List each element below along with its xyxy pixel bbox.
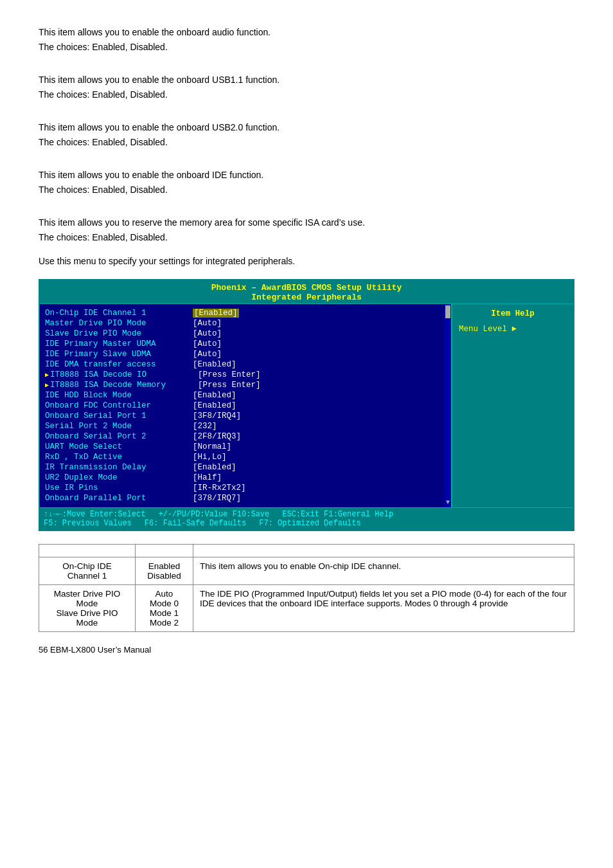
bios-footer-cell-1-1: F6: Fail-Safe Defaults bbox=[145, 519, 246, 528]
bios-row-8[interactable]: IDE HDD Block Mode[Enabled] bbox=[45, 390, 440, 401]
bios-row-value-16: [Half] bbox=[193, 473, 222, 482]
feature-table: On-Chip IDE Channel 1EnabledDisabledThis… bbox=[39, 544, 574, 632]
bios-title-line2: Integrated Peripherals bbox=[40, 293, 573, 302]
menu-level-label: Menu Level bbox=[459, 325, 507, 334]
bios-row-value-2: [Auto] bbox=[193, 329, 222, 338]
bios-row-label-7: IT8888 ISA Decode Memory bbox=[50, 381, 198, 390]
bios-row-value-7: [Press Enter] bbox=[198, 381, 261, 390]
bios-row-0[interactable]: On-Chip IDE Channel 1[Enabled] bbox=[45, 308, 440, 318]
bios-body: On-Chip IDE Channel 1[Enabled]Master Dri… bbox=[40, 303, 573, 507]
intro-paragraph-2: This item allows you to enable the onboa… bbox=[39, 73, 574, 102]
bios-row-value-8: [Enabled] bbox=[193, 391, 236, 400]
bios-row-value-4: [Auto] bbox=[193, 350, 222, 359]
table-header-cell-0 bbox=[39, 545, 136, 557]
bios-row-10[interactable]: Onboard Serial Port 1[3F8/IRQ4] bbox=[45, 411, 440, 421]
bios-row-6[interactable]: IT8888 ISA Decode IO[Press Enter] bbox=[45, 370, 440, 380]
bios-row-label-11: Serial Port 2 Mode bbox=[45, 422, 193, 431]
page-footer: 56 EBM-LX800 User’s Manual bbox=[39, 645, 574, 655]
bios-row-5[interactable]: IDE DMA transfer access[Enabled] bbox=[45, 359, 440, 370]
scroll-down-indicator: ▼ bbox=[446, 499, 450, 507]
bios-row-label-14: RxD , TxD Active bbox=[45, 453, 193, 462]
bios-scrollbar[interactable]: ▼ bbox=[445, 304, 451, 507]
table-desc-0: This item allows you to enable On-chip I… bbox=[193, 557, 574, 585]
bios-row-1[interactable]: Master Drive PIO Mode[Auto] bbox=[45, 318, 440, 329]
bios-row-value-10: [3F8/IRQ4] bbox=[193, 411, 241, 420]
bios-row-label-18: Onboard Parallel Port bbox=[45, 494, 193, 503]
bios-row-4[interactable]: IDE Primary Slave UDMA[Auto] bbox=[45, 349, 440, 359]
bios-footer-cell-0-0: ↑↓→←:Move Enter:Select bbox=[44, 510, 145, 519]
bios-footer-row-0: ↑↓→←:Move Enter:Select+/-/PU/PD:Value F1… bbox=[44, 510, 569, 519]
bios-row-7[interactable]: IT8888 ISA Decode Memory[Press Enter] bbox=[45, 380, 440, 390]
bios-row-label-2: Slave Drive PIO Mode bbox=[45, 329, 193, 338]
bios-row-12[interactable]: Onboard Serial Port 2[2F8/IRQ3] bbox=[45, 431, 440, 442]
intro-paragraph-5: This item allows you to reserve the memo… bbox=[39, 216, 574, 244]
bios-row-label-4: IDE Primary Slave UDMA bbox=[45, 350, 193, 359]
bios-row-16[interactable]: UR2 Duplex Mode[Half] bbox=[45, 473, 440, 483]
bios-row-label-12: Onboard Serial Port 2 bbox=[45, 432, 193, 441]
bios-row-11[interactable]: Serial Port 2 Mode[232] bbox=[45, 421, 440, 431]
bios-row-value-14: [Hi,Lo] bbox=[193, 453, 227, 462]
bios-row-value-1: [Auto] bbox=[193, 319, 222, 328]
menu-level-arrow: ► bbox=[512, 325, 517, 334]
bios-row-label-0: On-Chip IDE Channel 1 bbox=[45, 309, 193, 318]
bios-title-bar: Phoenix – AwardBIOS CMOS Setup Utility I… bbox=[40, 280, 573, 303]
bios-row-label-8: IDE HDD Block Mode bbox=[45, 391, 193, 400]
table-options-0: EnabledDisabled bbox=[136, 557, 193, 585]
bios-footer-cell-0-1: +/-/PU/PD:Value F10:Save bbox=[158, 510, 269, 519]
bios-footer-row-1: F5: Previous ValuesF6: Fail-Safe Default… bbox=[44, 519, 569, 528]
bios-sidebar: Item Help Menu Level ► bbox=[451, 304, 573, 507]
bios-row-label-6: IT8888 ISA Decode IO bbox=[50, 370, 198, 379]
bios-row-2[interactable]: Slave Drive PIO Mode[Auto] bbox=[45, 329, 440, 339]
bios-row-label-10: Onboard Serial Port 1 bbox=[45, 411, 193, 420]
bios-row-label-17: Use IR Pins bbox=[45, 484, 193, 493]
bios-footer-cell-1-0: F5: Previous Values bbox=[44, 519, 132, 528]
bios-row-9[interactable]: Onboard FDC Controller[Enabled] bbox=[45, 401, 440, 411]
intro-paragraph-4: This item allows you to enable the onboa… bbox=[39, 168, 574, 197]
bios-row-value-18: [378/IRQ7] bbox=[193, 494, 241, 503]
bios-row-value-0: [Enabled] bbox=[193, 309, 239, 318]
bios-row-17[interactable]: Use IR Pins[IR-Rx2Tx2] bbox=[45, 483, 440, 493]
table-options-1: AutoMode 0Mode 1Mode 2 bbox=[136, 585, 193, 632]
bios-footer-cell-1-2: F7: Optimized Defaults bbox=[259, 519, 360, 528]
bios-row-13[interactable]: UART Mode Select[Normal] bbox=[45, 442, 440, 452]
bios-row-value-12: [2F8/IRQ3] bbox=[193, 432, 241, 441]
bios-row-value-6: [Press Enter] bbox=[198, 370, 261, 379]
bios-row-15[interactable]: IR Transmission Delay[Enabled] bbox=[45, 462, 440, 473]
bios-row-label-5: IDE DMA transfer access bbox=[45, 360, 193, 369]
bios-row-14[interactable]: RxD , TxD Active[Hi,Lo] bbox=[45, 452, 440, 462]
bios-row-18[interactable]: Onboard Parallel Port[378/IRQ7] bbox=[45, 493, 440, 503]
page-footer-text: 56 EBM-LX800 User’s Manual bbox=[39, 645, 151, 655]
bios-row-label-16: UR2 Duplex Mode bbox=[45, 473, 193, 482]
table-name-1: Master Drive PIO ModeSlave Drive PIO Mod… bbox=[39, 585, 136, 632]
bios-sidebar-title: Item Help bbox=[459, 309, 567, 318]
table-row-1: Master Drive PIO ModeSlave Drive PIO Mod… bbox=[39, 585, 574, 632]
intro-paragraph-1: This item allows you to enable the onboa… bbox=[39, 26, 574, 54]
bios-footer: ↑↓→←:Move Enter:Select+/-/PU/PD:Value F1… bbox=[40, 507, 573, 530]
table-header-row bbox=[39, 545, 574, 557]
bios-title-line1: Phoenix – AwardBIOS CMOS Setup Utility bbox=[40, 283, 573, 293]
intro-paragraph-3: This item allows you to enable the onboa… bbox=[39, 121, 574, 149]
bios-row-label-1: Master Drive PIO Mode bbox=[45, 319, 193, 328]
bios-row-label-15: IR Transmission Delay bbox=[45, 463, 193, 472]
bios-row-label-13: UART Mode Select bbox=[45, 442, 193, 451]
bios-sidebar-menu-level: Menu Level ► bbox=[459, 325, 567, 334]
bios-row-value-3: [Auto] bbox=[193, 339, 222, 348]
bios-row-value-15: [Enabled] bbox=[193, 463, 236, 472]
bios-row-value-9: [Enabled] bbox=[193, 401, 236, 410]
bios-row-value-17: [IR-Rx2Tx2] bbox=[193, 484, 246, 493]
bios-main-panel: On-Chip IDE Channel 1[Enabled]Master Dri… bbox=[40, 304, 445, 507]
table-header-cell-2 bbox=[193, 545, 574, 557]
bios-row-value-13: [Normal] bbox=[193, 442, 231, 451]
bios-row-value-5: [Enabled] bbox=[193, 360, 236, 369]
table-row-0: On-Chip IDE Channel 1EnabledDisabledThis… bbox=[39, 557, 574, 585]
bios-row-value-11: [232] bbox=[193, 422, 217, 431]
scrollbar-thumb[interactable] bbox=[445, 305, 450, 318]
table-name-0: On-Chip IDE Channel 1 bbox=[39, 557, 136, 585]
bios-footer-cell-0-2: ESC:Exit F1:General Help bbox=[282, 510, 393, 519]
table-desc-1: The IDE PIO (Programmed Input/Output) fi… bbox=[193, 585, 574, 632]
bios-row-3[interactable]: IDE Primary Master UDMA[Auto] bbox=[45, 339, 440, 349]
bios-row-label-3: IDE Primary Master UDMA bbox=[45, 339, 193, 348]
bios-setup-box: Phoenix – AwardBIOS CMOS Setup Utility I… bbox=[39, 279, 574, 531]
bios-intro-text: Use this menu to specify your settings f… bbox=[39, 256, 574, 266]
table-header-cell-1 bbox=[136, 545, 193, 557]
